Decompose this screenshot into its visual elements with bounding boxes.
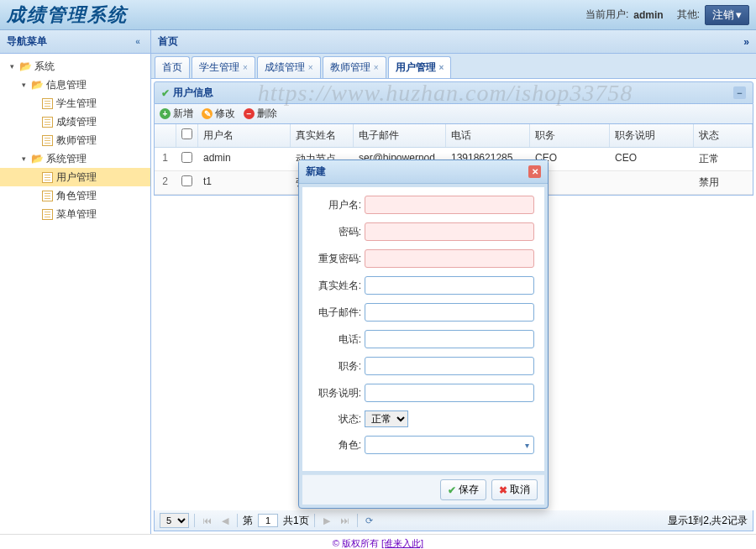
col-header[interactable]: 电话 xyxy=(446,124,530,147)
tab-label: 学生管理 xyxy=(199,60,239,75)
col-rownum xyxy=(155,124,176,147)
edit-button[interactable]: ✎修改 xyxy=(202,107,235,121)
page-icon xyxy=(40,207,54,221)
close-icon[interactable]: ✕ xyxy=(528,165,541,178)
page-icon xyxy=(40,170,54,184)
tab-user[interactable]: 用户管理× xyxy=(388,56,452,78)
col-header[interactable]: 状态 xyxy=(694,124,753,147)
tree-node-info-mgmt[interactable]: ▾ 信息管理 xyxy=(0,76,150,94)
tree-node-menu-mgmt[interactable]: 菜单管理 xyxy=(0,205,150,223)
refresh-icon[interactable]: ⟳ xyxy=(363,514,376,527)
last-page-icon[interactable]: ⏭ xyxy=(339,514,352,527)
tree-node-user-mgmt[interactable]: 用户管理 xyxy=(0,168,150,186)
close-icon[interactable]: × xyxy=(243,63,248,72)
total-pages: 共1页 xyxy=(283,514,309,528)
dialog-title: 新建 xyxy=(306,165,326,179)
next-page-icon[interactable]: ▶ xyxy=(320,514,333,527)
row-checkbox[interactable] xyxy=(181,175,192,186)
dialog-header[interactable]: 新建 ✕ xyxy=(299,160,548,184)
position-input[interactable] xyxy=(365,357,534,375)
page-input[interactable] xyxy=(258,514,278,527)
col-header[interactable]: 职务说明 xyxy=(610,124,694,147)
btn-label: 新增 xyxy=(173,107,193,121)
tree-node-role-mgmt[interactable]: 角色管理 xyxy=(0,186,150,205)
current-user-label: 当前用户: xyxy=(585,8,628,22)
copyright: © 版权所有 xyxy=(333,538,379,548)
tree-toggle-icon[interactable]: ▾ xyxy=(18,154,29,164)
label-position: 职务: xyxy=(312,359,365,374)
first-page-icon[interactable]: ⏮ xyxy=(200,514,213,527)
prev-page-icon[interactable]: ◀ xyxy=(218,514,232,527)
tree-toggle-icon[interactable]: ▾ xyxy=(7,61,17,71)
collapse-right-icon[interactable]: » xyxy=(743,36,749,48)
col-header[interactable]: 职务 xyxy=(530,124,610,147)
tab-home[interactable]: 首页 xyxy=(155,56,190,78)
cell: CEO xyxy=(610,148,694,170)
tree-label: 菜单管理 xyxy=(56,207,97,222)
save-button[interactable]: ✔保存 xyxy=(440,479,486,500)
cell: 禁用 xyxy=(694,171,753,194)
label-status: 状态: xyxy=(312,412,365,426)
page-icon xyxy=(40,133,54,147)
username-input[interactable] xyxy=(365,196,534,214)
role-combo[interactable]: ▾ xyxy=(365,436,534,454)
tree-label: 系统 xyxy=(34,59,55,74)
close-icon[interactable]: × xyxy=(439,63,444,72)
content-title: 首页 xyxy=(158,34,178,49)
tree-node-teacher[interactable]: 教师管理 xyxy=(0,131,150,149)
posdesc-input[interactable] xyxy=(365,384,534,402)
dropdown-icon: ▾ xyxy=(736,8,742,21)
col-header[interactable]: 真实姓名 xyxy=(291,124,354,147)
grid-header-row: 用户名 真实姓名 电子邮件 电话 职务 职务说明 状态 xyxy=(155,124,753,148)
email-input[interactable] xyxy=(365,303,534,322)
app-header: 成绩管理系统 当前用户: admin 其他: 注销 ▾ xyxy=(0,0,756,30)
col-header[interactable]: 用户名 xyxy=(198,124,291,147)
password2-input[interactable] xyxy=(365,249,534,268)
cell: admin xyxy=(198,148,291,170)
close-icon[interactable]: × xyxy=(374,63,379,72)
realname-input[interactable] xyxy=(365,276,534,295)
tree-node-system[interactable]: ▾ 系统 xyxy=(0,57,150,76)
btn-label: 修改 xyxy=(215,107,235,121)
tab-score[interactable]: 成绩管理× xyxy=(257,56,321,78)
page-icon xyxy=(40,189,54,202)
delete-button[interactable]: −删除 xyxy=(244,107,277,121)
folder-open-icon xyxy=(30,78,44,92)
row-checkbox[interactable] xyxy=(181,152,192,163)
cancel-button[interactable]: ✖取消 xyxy=(491,479,538,500)
phone-input[interactable] xyxy=(365,330,534,348)
tree-node-sys-mgmt[interactable]: ▾ 系统管理 xyxy=(0,149,150,168)
status-select[interactable]: 正常 xyxy=(365,410,408,427)
tree-label: 角色管理 xyxy=(56,188,97,203)
tab-label: 首页 xyxy=(162,60,182,75)
tab-label: 成绩管理 xyxy=(265,60,305,75)
tab-student[interactable]: 学生管理× xyxy=(192,56,255,78)
dialog-footer: ✔保存 ✖取消 xyxy=(302,474,544,505)
collapse-left-icon[interactable]: « xyxy=(132,36,144,48)
tab-teacher[interactable]: 教师管理× xyxy=(323,56,386,78)
tree-node-student[interactable]: 学生管理 xyxy=(0,94,150,112)
page-size-select[interactable]: 5 xyxy=(160,513,189,528)
footer-link[interactable]: [谁来入此] xyxy=(381,538,423,548)
add-button[interactable]: +新增 xyxy=(160,107,193,121)
password-input[interactable] xyxy=(365,222,534,241)
content-header: 首页 » xyxy=(151,30,756,54)
label-username: 用户名: xyxy=(312,198,365,212)
close-icon[interactable]: × xyxy=(308,63,313,72)
tree-toggle-icon[interactable]: ▾ xyxy=(18,80,29,90)
checkbox-all[interactable] xyxy=(181,128,192,139)
sidebar-header: 导航菜单 « xyxy=(0,30,150,54)
cell xyxy=(610,171,694,194)
label-phone: 电话: xyxy=(312,332,365,347)
tree-label: 用户管理 xyxy=(56,170,97,185)
app-logo: 成绩管理系统 xyxy=(7,3,585,28)
sidebar-title: 导航菜单 xyxy=(7,34,47,49)
minimize-icon[interactable]: − xyxy=(733,86,746,99)
label-email: 电子邮件: xyxy=(312,306,365,320)
logout-button[interactable]: 注销 ▾ xyxy=(705,5,749,25)
col-header[interactable]: 电子邮件 xyxy=(354,124,446,147)
tab-label: 用户管理 xyxy=(396,60,436,75)
page-icon xyxy=(40,115,54,128)
tree-node-score[interactable]: 成绩管理 xyxy=(0,112,150,131)
footer: © 版权所有 [谁来入此] xyxy=(0,534,756,549)
